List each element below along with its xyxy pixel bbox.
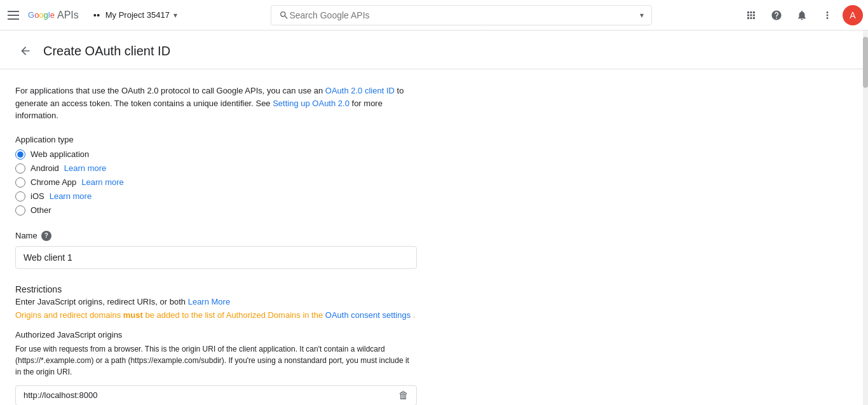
- restrictions-warning: Origins and redirect domains must be add…: [15, 310, 417, 320]
- page-header: Create OAuth client ID: [0, 31, 868, 69]
- project-selector[interactable]: My Project 35417 ▾: [86, 8, 182, 23]
- description-text: For applications that use the OAuth 2.0 …: [15, 85, 417, 122]
- logo-g-yellow: o: [39, 10, 43, 20]
- radio-chrome-app[interactable]: Chrome App Learn more: [15, 177, 417, 188]
- name-field-section: Name ?: [15, 231, 417, 269]
- logo-g-red2: e: [50, 10, 55, 20]
- project-dropdown-icon: ▾: [173, 11, 177, 20]
- name-input[interactable]: [15, 246, 417, 269]
- top-nav: Google APIs My Project 35417 ▾ ▾: [0, 0, 868, 31]
- project-icon: [92, 10, 102, 20]
- radio-web-application[interactable]: Web application: [15, 149, 417, 160]
- search-input[interactable]: [289, 10, 640, 20]
- scrollbar-thumb[interactable]: [863, 37, 868, 88]
- restrictions-desc: Enter JavaScript origins, redirect URIs,…: [15, 297, 417, 306]
- radio-other-label: Other: [31, 205, 51, 215]
- search-bar[interactable]: ▾: [271, 5, 652, 25]
- page-title: Create OAuth client ID: [43, 44, 170, 58]
- desc-text1: For applications that use the OAuth 2.0 …: [15, 86, 325, 95]
- radio-android[interactable]: Android Learn more: [15, 163, 417, 174]
- apis-text: APIs: [57, 10, 79, 21]
- chrome-learn-more-link[interactable]: Learn more: [81, 177, 123, 187]
- js-origins-title: Authorized JavaScript origins: [15, 330, 417, 340]
- apps-icon: [745, 10, 757, 21]
- account-avatar[interactable]: A: [843, 5, 863, 25]
- android-learn-more-link[interactable]: Learn more: [64, 163, 106, 173]
- radio-other-input[interactable]: [15, 205, 25, 216]
- logo-g-green: g: [44, 10, 48, 20]
- help-icon: [771, 10, 782, 21]
- radio-web-label: Web application: [31, 149, 89, 159]
- google-apis-logo[interactable]: Google APIs: [28, 10, 79, 21]
- radio-android-input[interactable]: [15, 163, 25, 174]
- more-options-button[interactable]: [817, 5, 837, 25]
- radio-web-input[interactable]: [15, 149, 25, 160]
- back-arrow-icon: [19, 45, 32, 57]
- name-help-icon[interactable]: ?: [41, 231, 51, 241]
- js-origins-section: Authorized JavaScript origins For use wi…: [15, 330, 417, 406]
- google-logo-text: Google: [28, 10, 55, 20]
- more-icon: [822, 10, 833, 21]
- svg-point-0: [93, 14, 96, 17]
- project-name: My Project 35417: [105, 10, 170, 20]
- js-origin-entry-0: http://localhost:8000 🗑: [15, 385, 417, 406]
- oauth-consent-settings-link[interactable]: OAuth consent settings: [325, 310, 413, 320]
- radio-chrome-input[interactable]: [15, 177, 25, 188]
- restrictions-section: Restrictions Enter JavaScript origins, r…: [15, 284, 417, 406]
- application-type-section: Application type Web application Android…: [15, 135, 417, 216]
- help-button[interactable]: [766, 5, 787, 25]
- hamburger-menu-button[interactable]: [5, 8, 20, 23]
- nav-right: A: [741, 5, 863, 25]
- nav-center: ▾: [182, 5, 741, 25]
- js-origins-description: For use with requests from a browser. Th…: [15, 343, 417, 378]
- radio-ios-input[interactable]: [15, 191, 25, 202]
- avatar-letter: A: [850, 10, 855, 20]
- oauth-client-id-link[interactable]: OAuth 2.0 client ID: [325, 86, 397, 95]
- svg-point-1: [97, 14, 99, 17]
- name-field-label: Name ?: [15, 231, 417, 241]
- restrictions-title: Restrictions: [15, 284, 417, 294]
- application-type-label: Application type: [15, 135, 417, 144]
- restrictions-learn-more-link[interactable]: Learn More: [188, 297, 230, 306]
- main-content: For applications that use the OAuth 2.0 …: [0, 69, 432, 405]
- notifications-icon: [796, 10, 808, 21]
- js-origin-value: http://localhost:8000: [24, 390, 398, 400]
- radio-chrome-label: Chrome App: [31, 177, 76, 187]
- logo-g-blue: G: [28, 10, 34, 20]
- notifications-button[interactable]: [792, 5, 812, 25]
- apps-button[interactable]: [741, 5, 761, 25]
- nav-left: Google APIs My Project 35417 ▾: [5, 8, 182, 23]
- radio-ios-label: iOS: [31, 191, 44, 201]
- radio-android-label: Android: [31, 163, 59, 173]
- search-icon: [279, 10, 289, 20]
- back-button[interactable]: [15, 41, 36, 61]
- application-type-radio-group: Web application Android Learn more Chrom…: [15, 149, 417, 216]
- radio-other[interactable]: Other: [15, 205, 417, 216]
- search-dropdown-icon: ▾: [640, 11, 644, 20]
- js-origin-delete-button[interactable]: 🗑: [398, 390, 409, 401]
- setting-up-oauth-link[interactable]: Setting up OAuth 2.0: [273, 99, 351, 108]
- radio-ios[interactable]: iOS Learn more: [15, 191, 417, 202]
- ios-learn-more-link[interactable]: Learn more: [50, 191, 92, 201]
- scrollbar-track[interactable]: [863, 31, 868, 405]
